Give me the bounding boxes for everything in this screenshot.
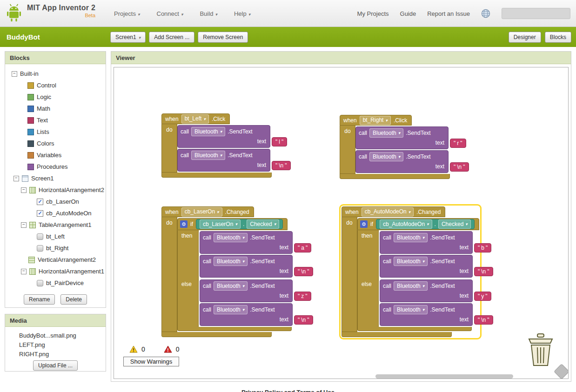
collapse-icon[interactable] xyxy=(21,269,27,274)
menu-build[interactable]: Build xyxy=(200,10,217,17)
component-dropdown[interactable]: cb_AutoModeOn xyxy=(380,219,432,229)
language-globe-icon[interactable] xyxy=(481,9,490,18)
tree-item-control[interactable]: Control xyxy=(5,80,106,91)
text-string-block[interactable]: "a" xyxy=(294,243,311,252)
text-string-block[interactable]: "y" xyxy=(474,292,491,301)
tree-item-math[interactable]: Math xyxy=(5,103,106,114)
text-string-block[interactable]: "\n" xyxy=(272,161,291,170)
component-dropdown[interactable]: Bluetooth xyxy=(214,257,248,266)
component-dropdown[interactable]: cb_LaserOn xyxy=(181,207,222,217)
component-dropdown[interactable]: bt_Right xyxy=(360,116,391,125)
component-dropdown[interactable]: Bluetooth xyxy=(394,281,428,291)
when-bt-left-click-block[interactable]: when bt_Left .Click do call Bluetooth .S… xyxy=(161,113,272,178)
collapse-icon[interactable] xyxy=(12,71,17,77)
call-sendtext-block[interactable]: call Bluetooth .SendText text "l" xyxy=(177,125,270,148)
checked-property-block[interactable]: cb_AutoModeOn . Checked xyxy=(376,219,475,229)
show-warnings-button[interactable]: Show Warnings xyxy=(123,357,179,366)
link-report-issue[interactable]: Report an Issue xyxy=(427,10,470,17)
component-dropdown[interactable]: bt_Left xyxy=(181,114,209,124)
text-string-block[interactable]: "b" xyxy=(474,243,491,252)
component-dropdown[interactable]: cb_AutoModeOn xyxy=(362,207,414,217)
collapse-icon[interactable] xyxy=(21,222,27,228)
call-sendtext-block[interactable]: call Bluetooth .SendText text "\n" xyxy=(200,255,293,278)
text-string-block[interactable]: "\n" xyxy=(450,162,469,172)
call-sendtext-block[interactable]: call Bluetooth .SendText text "\n" xyxy=(380,255,473,278)
component-dropdown[interactable]: Bluetooth xyxy=(191,127,225,136)
text-string-block[interactable]: "l" xyxy=(272,137,287,146)
property-dropdown[interactable]: Checked xyxy=(247,219,279,229)
tree-item-bt-right[interactable]: bt_Right xyxy=(5,242,106,254)
text-string-block[interactable]: "\n" xyxy=(474,315,493,325)
text-string-block[interactable]: "r" xyxy=(450,139,466,148)
link-my-projects[interactable]: My Projects xyxy=(357,10,389,17)
text-string-block[interactable]: "\n" xyxy=(294,315,313,325)
call-sendtext-block[interactable]: call Bluetooth .SendText text "\n" xyxy=(177,149,270,172)
tree-item-verticalarrangement2[interactable]: VerticalArrangement2 xyxy=(5,254,106,266)
tree-item-text[interactable]: Text xyxy=(5,114,106,126)
tree-item-screen1[interactable]: Screen1 xyxy=(5,173,106,184)
call-sendtext-block[interactable]: call Bluetooth .SendText text "y" xyxy=(380,279,473,302)
call-sendtext-block[interactable]: call Bluetooth .SendText text "r" xyxy=(355,126,449,149)
privacy-terms-link[interactable]: Privacy Policy and Terms of Use xyxy=(241,389,335,392)
tree-item-bt-pairdevice[interactable]: bt_PairDevice xyxy=(5,277,106,289)
when-cb-automodeon-changed-block[interactable]: when cb_AutoModeOn .Changed do ⚙ if cb_A… xyxy=(342,206,479,337)
component-dropdown[interactable]: Bluetooth xyxy=(369,128,403,138)
add-screen-button[interactable]: Add Screen ... xyxy=(149,32,194,43)
rename-button[interactable]: Rename xyxy=(24,294,55,305)
component-dropdown[interactable]: Bluetooth xyxy=(394,257,428,266)
mutator-gear-icon[interactable]: ⚙ xyxy=(360,220,368,228)
component-dropdown[interactable]: Bluetooth xyxy=(191,151,225,160)
text-string-block[interactable]: "z" xyxy=(294,292,311,301)
call-sendtext-block[interactable]: call Bluetooth .SendText text "\n" xyxy=(380,303,473,326)
remove-screen-button[interactable]: Remove Screen xyxy=(198,32,248,43)
blocks-workspace[interactable]: when bt_Left .Click do call Bluetooth .S… xyxy=(114,67,569,379)
call-sendtext-block[interactable]: call Bluetooth .SendText text "a" xyxy=(200,231,293,254)
when-bt-right-click-block[interactable]: when bt_Right .Click do call Bluetooth .… xyxy=(340,115,450,179)
mutator-gear-icon[interactable]: ⚙ xyxy=(180,220,188,228)
tree-item-tablearrangement1[interactable]: TableArrangement1 xyxy=(5,219,106,231)
designer-button[interactable]: Designer xyxy=(509,32,541,43)
user-account-redacted[interactable] xyxy=(502,8,570,19)
call-sendtext-block[interactable]: call Bluetooth .SendText text "b" xyxy=(380,231,473,254)
upload-file-button[interactable]: Upload File ... xyxy=(33,360,78,371)
collapse-icon[interactable] xyxy=(21,187,27,193)
tree-item-horizontalarrangement1[interactable]: HorizontalArrangement1 xyxy=(5,266,106,277)
tree-item-lists[interactable]: Lists xyxy=(5,126,106,138)
tree-item-builtin[interactable]: Built-in xyxy=(5,68,106,80)
when-cb-laseron-changed-block[interactable]: when cb_LaserOn .Changed do ⚙ if cb_Lase… xyxy=(161,206,293,337)
menu-projects[interactable]: Projects xyxy=(114,10,140,17)
media-file[interactable]: RIGHT.png xyxy=(19,349,106,359)
media-file[interactable]: LEFT.png xyxy=(19,340,106,349)
component-dropdown[interactable]: Bluetooth xyxy=(214,233,248,242)
tree-item-cb-laseron[interactable]: cb_LaserOn xyxy=(5,196,106,207)
tree-item-procedures[interactable]: Procedures xyxy=(5,161,106,173)
call-sendtext-block[interactable]: call Bluetooth .SendText text "z" xyxy=(200,279,293,302)
tree-item-cb-automodeon[interactable]: cb_AutoModeOn xyxy=(5,207,106,219)
call-sendtext-block[interactable]: call Bluetooth .SendText text "\n" xyxy=(355,150,449,173)
if-else-block[interactable]: ⚙ if cb_AutoModeOn . Checked then xyxy=(357,218,479,331)
component-dropdown[interactable]: cb_LaserOn xyxy=(200,219,241,229)
media-file[interactable]: BuddyBot...small.png xyxy=(19,331,106,340)
screen-selector-button[interactable]: Screen1 xyxy=(110,32,146,43)
link-guide[interactable]: Guide xyxy=(400,10,416,17)
tree-item-colors[interactable]: Colors xyxy=(5,138,106,149)
menu-connect[interactable]: Connect xyxy=(157,10,183,17)
property-dropdown[interactable]: Checked xyxy=(438,219,471,229)
component-dropdown[interactable]: Bluetooth xyxy=(214,281,248,291)
tree-item-logic[interactable]: Logic xyxy=(5,91,106,103)
text-string-block[interactable]: "\n" xyxy=(294,267,313,276)
if-else-block[interactable]: ⚙ if cb_LaserOn . Checked then xyxy=(177,218,293,331)
component-dropdown[interactable]: Bluetooth xyxy=(394,305,428,314)
menu-help[interactable]: Help xyxy=(234,10,250,17)
component-dropdown[interactable]: Bluetooth xyxy=(369,152,403,161)
component-dropdown[interactable]: Bluetooth xyxy=(394,233,428,242)
horizontal-scrollbar[interactable] xyxy=(375,374,513,379)
collapse-icon[interactable] xyxy=(13,176,19,181)
checked-property-block[interactable]: cb_LaserOn . Checked xyxy=(196,219,283,229)
blocks-button[interactable]: Blocks xyxy=(545,32,571,43)
tree-item-horizontalarrangement2[interactable]: HorizontalArrangement2 xyxy=(5,184,106,196)
tree-item-variables[interactable]: Variables xyxy=(5,149,106,161)
tree-item-bt-left[interactable]: bt_Left xyxy=(5,231,106,242)
text-string-block[interactable]: "\n" xyxy=(474,267,493,276)
trash-can-icon[interactable] xyxy=(527,333,554,367)
